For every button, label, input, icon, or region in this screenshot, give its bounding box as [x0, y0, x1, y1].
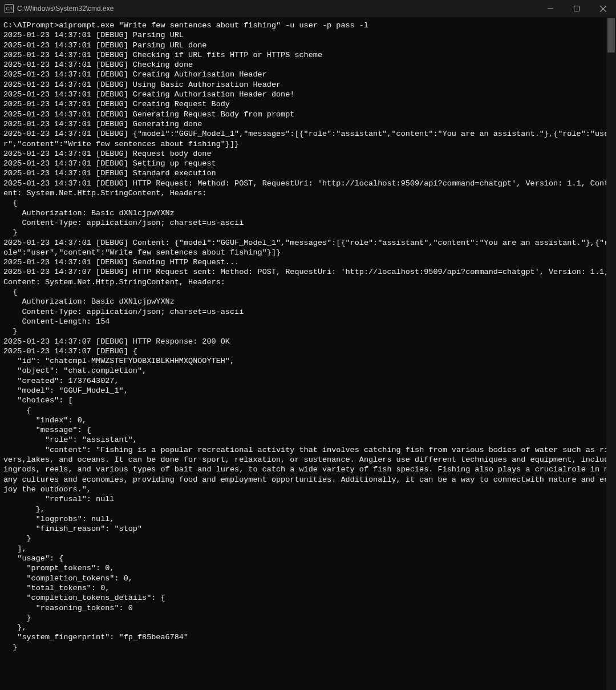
window-controls — [537, 0, 616, 17]
window-title: C:\Windows\System32\cmd.exe — [17, 5, 537, 13]
maximize-icon — [574, 6, 579, 11]
window-titlebar: C:\ C:\Windows\System32\cmd.exe — [0, 0, 616, 17]
minimize-icon — [548, 6, 553, 11]
minimize-button[interactable] — [537, 0, 564, 17]
cmd-icon: C:\ — [5, 4, 14, 13]
svg-rect-1 — [574, 6, 579, 11]
terminal-output[interactable]: C:\AIPrompt>aiprompt.exe "Write few sent… — [0, 17, 616, 690]
close-icon — [600, 6, 606, 12]
vertical-scrollbar[interactable] — [606, 17, 616, 690]
maximize-button[interactable] — [564, 0, 590, 17]
terminal-area: C:\AIPrompt>aiprompt.exe "Write few sent… — [0, 17, 616, 690]
close-button[interactable] — [590, 0, 616, 17]
scrollbar-thumb[interactable] — [607, 18, 615, 53]
